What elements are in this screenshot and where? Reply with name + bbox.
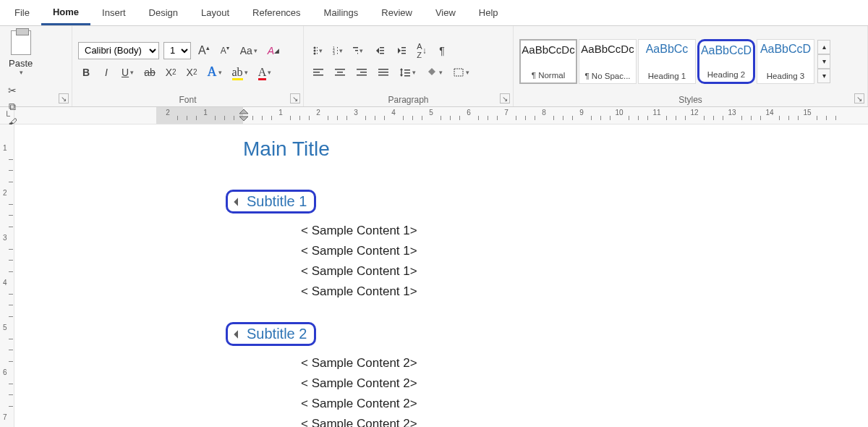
styles-launcher[interactable]: ↘ (854, 93, 864, 103)
cut-button[interactable]: ✂ (6, 85, 19, 96)
tab-view[interactable]: View (424, 1, 467, 24)
svg-text:3: 3 (333, 51, 335, 56)
svg-rect-27 (337, 72, 343, 73)
svg-rect-3 (317, 50, 318, 51)
style-sample: AaBbCcDc (522, 43, 574, 56)
style-sample: AaBbCcDc (581, 43, 634, 55)
svg-rect-25 (313, 75, 323, 76)
borders-button[interactable]: ▾ (450, 64, 472, 81)
content-line[interactable]: < Sample Content 1> (301, 221, 720, 241)
document-area: 1234567 Main TitleSubtitle 1< Sample Con… (0, 124, 868, 427)
copy-button[interactable]: ⧉ (6, 101, 19, 112)
font-color-button[interactable]: A▾ (255, 64, 275, 81)
svg-rect-34 (378, 75, 388, 76)
ruler-scale[interactable]: 21123456789101112131415 (156, 107, 868, 124)
show-paragraph-marks-button[interactable]: ¶ (434, 42, 450, 59)
content-line[interactable]: < Sample Content 1> (301, 282, 720, 302)
content-line[interactable]: < Sample Content 1> (301, 241, 720, 261)
superscript-button[interactable]: X2 (184, 64, 200, 81)
justify-button[interactable] (375, 64, 392, 81)
decrease-indent-button[interactable] (370, 42, 388, 59)
align-right-button[interactable] (353, 64, 370, 81)
increase-indent-button[interactable] (392, 42, 409, 59)
change-case-button[interactable]: Aa▾ (237, 42, 260, 59)
document-page: Main TitleSubtitle 1< Sample Content 1><… (156, 124, 720, 427)
svg-rect-17 (380, 50, 384, 51)
style-heading-3[interactable]: AaBbCcDHeading 3 (757, 39, 814, 84)
paste-icon (11, 30, 31, 55)
svg-rect-38 (404, 72, 410, 74)
subscript-button[interactable]: X2 (163, 64, 179, 81)
style-caption: Heading 2 (707, 70, 745, 79)
tab-references[interactable]: References (241, 1, 312, 24)
style-sample: AaBbCcD (701, 44, 752, 57)
styles-scroll-down[interactable]: ▾ (817, 54, 830, 69)
svg-rect-16 (380, 47, 384, 48)
clear-formatting-button[interactable]: A◢ (265, 42, 282, 59)
tab-file[interactable]: File (3, 1, 41, 24)
doc-title[interactable]: Main Title (243, 138, 720, 161)
underline-button[interactable]: U▾ (119, 64, 137, 81)
ruler-vertical[interactable]: 1234567 (0, 124, 14, 427)
group-font: Calibri (Body) 11 A▴ A▾ Aa▾ A◢ B I U▾ ab… (72, 26, 304, 106)
highlight-color-button[interactable]: ab▾ (229, 64, 251, 81)
bullets-button[interactable]: ▾ (310, 42, 326, 59)
collapse-icon[interactable] (234, 330, 242, 338)
document-scroll[interactable]: Main TitleSubtitle 1< Sample Content 1><… (14, 124, 868, 427)
tab-insert[interactable]: Insert (90, 1, 137, 24)
group-label: Styles (519, 93, 861, 105)
content-line[interactable]: < Sample Content 2> (301, 373, 720, 394)
content-line[interactable]: < Sample Content 2> (301, 353, 720, 373)
collapse-icon[interactable] (234, 198, 242, 206)
svg-marker-36 (400, 75, 403, 77)
ruler-number: 12 (690, 109, 698, 117)
style-heading-1[interactable]: AaBbCcHeading 1 (638, 39, 696, 84)
tab-mailings[interactable]: Mailings (312, 1, 370, 24)
group-styles: AaBbCcDc¶ NormalAaBbCcDc¶ No Spac...AaBb… (514, 26, 868, 106)
font-size-select[interactable]: 11 (163, 42, 191, 59)
subtitle-2[interactable]: Subtitle 2 (226, 322, 316, 346)
shading-button[interactable]: ▾ (423, 64, 446, 81)
italic-button[interactable]: I (98, 64, 114, 81)
tab-design[interactable]: Design (137, 1, 190, 24)
tab-review[interactable]: Review (370, 1, 424, 24)
paragraph-launcher[interactable]: ↘ (500, 93, 510, 103)
svg-rect-29 (357, 69, 367, 70)
increase-font-button[interactable]: A▴ (195, 42, 213, 59)
decrease-font-button[interactable]: A▾ (217, 42, 233, 59)
svg-rect-37 (404, 69, 410, 71)
ruler-number: 2 (316, 109, 320, 117)
numbering-button[interactable]: 123▾ (330, 42, 346, 59)
font-name-select[interactable]: Calibri (Body) (78, 42, 159, 59)
styles-scroll-up[interactable]: ▴ (817, 40, 830, 54)
content-line[interactable]: < Sample Content 2> (301, 414, 720, 427)
tab-layout[interactable]: Layout (190, 1, 241, 24)
style-caption: ¶ No Spac... (584, 72, 630, 80)
font-launcher[interactable]: ↘ (290, 93, 300, 103)
group-clipboard: Paste ▾ ✂ ⧉ 🖌 Clipboard ↘ (0, 26, 72, 106)
svg-point-4 (314, 52, 316, 54)
style--normal[interactable]: AaBbCcDc¶ Normal (519, 39, 577, 84)
tab-home[interactable]: Home (41, 1, 90, 25)
strikethrough-button[interactable]: ab (141, 64, 158, 81)
line-spacing-button[interactable]: ▾ (396, 64, 419, 81)
multilevel-list-button[interactable]: ▾ (350, 42, 366, 59)
content-line[interactable]: < Sample Content 2> (301, 394, 720, 414)
style-heading-2[interactable]: AaBbCcDHeading 2 (697, 39, 755, 84)
align-center-button[interactable] (331, 64, 349, 81)
svg-rect-20 (401, 47, 406, 48)
text-effects-button[interactable]: A▾ (205, 64, 225, 81)
sort-button[interactable]: AZ↓ (414, 42, 430, 59)
vruler-number: 1 (3, 144, 7, 152)
paste-button[interactable]: Paste ▾ (6, 29, 35, 77)
align-left-button[interactable] (310, 64, 327, 81)
clipboard-launcher[interactable]: ↘ (59, 93, 69, 103)
indent-marker[interactable] (239, 109, 248, 122)
styles-expand[interactable]: ▾ (817, 69, 830, 83)
subtitle-1[interactable]: Subtitle 1 (226, 190, 316, 214)
bold-button[interactable]: B (78, 64, 94, 81)
content-line[interactable]: < Sample Content 1> (301, 261, 720, 282)
subtitle-text: Subtitle 1 (247, 193, 307, 210)
style--no-spac-[interactable]: AaBbCcDc¶ No Spac... (579, 39, 637, 84)
tab-help[interactable]: Help (467, 1, 510, 24)
